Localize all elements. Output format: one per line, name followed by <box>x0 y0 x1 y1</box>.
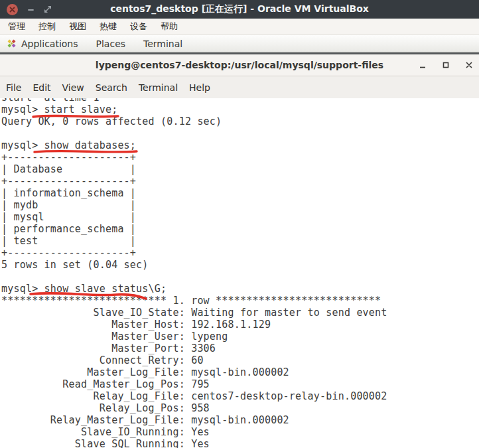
terminal-line <box>1 127 479 139</box>
terminal-menu-item[interactable]: File <box>6 82 21 93</box>
terminal-line: Query OK, 0 rows affected (0.12 sec) <box>1 115 479 127</box>
terminal-line: mysql> show slave status\G; <box>1 283 479 295</box>
terminal-line: +--------------------+ <box>1 247 479 259</box>
panel-item-terminal[interactable]: Terminal <box>143 38 182 49</box>
terminal-line: +--------------------+ <box>1 151 479 163</box>
terminal-menu-item[interactable]: Edit <box>33 82 50 93</box>
terminal-window-title: lypeng@centos7-desktop:/usr/local/mysql/… <box>0 60 479 70</box>
terminal-menu-item[interactable]: View <box>62 82 84 93</box>
terminal-menubar: FileEditViewSearchTerminalHelp <box>0 76 479 98</box>
terminal-window-buttons <box>418 54 474 76</box>
terminal-menu-item[interactable]: Terminal <box>139 82 178 93</box>
terminal-line <box>1 271 479 283</box>
terminal-line: | mysql | <box>1 211 479 223</box>
terminal-line: Relay_Log_File: centos7-desktop-relay-bi… <box>1 390 479 402</box>
terminal-line: Master_Log_File: mysql-bin.000002 <box>1 366 479 378</box>
vbox-minimize-button[interactable] <box>27 6 34 13</box>
vbox-close-button[interactable] <box>7 4 18 15</box>
terminal-line: | test | <box>1 235 479 247</box>
minimize-icon <box>419 61 427 69</box>
terminal-clipped-line: start at time 1 <box>0 98 479 104</box>
terminal-minimize-button[interactable] <box>418 60 427 70</box>
terminal-line: | Database | <box>1 163 479 175</box>
panel-item-places[interactable]: Places <box>96 38 126 49</box>
vbox-window-title: centos7_desktop [正在运行] - Oracle VM Virtu… <box>0 3 479 15</box>
terminal-close-button[interactable] <box>464 60 474 70</box>
vbox-menu-item[interactable]: 设备 <box>129 19 149 34</box>
terminal-line: Connect_Retry: 60 <box>1 354 479 366</box>
terminal-line: Slave_IO_Running: Yes <box>1 426 479 438</box>
vbox-menu-item[interactable]: 管理 <box>7 19 27 34</box>
vbox-menu-item[interactable]: 帮助 <box>159 19 179 34</box>
panel-item-applications[interactable]: Applications <box>21 38 78 49</box>
vbox-menu-item[interactable]: 视图 <box>68 19 88 34</box>
terminal-line: mysql> show databases; <box>1 139 479 151</box>
terminal-menu-item[interactable]: Search <box>96 82 127 93</box>
terminal-line: +--------------------+ <box>1 175 479 187</box>
applications-menu-icon <box>7 38 17 48</box>
terminal-titlebar[interactable]: lypeng@centos7-desktop:/usr/local/mysql/… <box>0 54 479 76</box>
terminal-menu-item[interactable]: Help <box>189 82 210 93</box>
terminal-line: *************************** 1. row *****… <box>1 295 479 307</box>
vbox-menu-item[interactable]: 控制 <box>37 19 57 34</box>
terminal-line: Read_Master_Log_Pos: 795 <box>1 378 479 390</box>
terminal-line: | information_schema | <box>1 187 479 199</box>
vbox-titlebar: centos7_desktop [正在运行] - Oracle VM Virtu… <box>0 0 479 19</box>
terminal-line: Relay_Log_Pos: 958 <box>1 402 479 414</box>
terminal-output: mysql> start slave;Query OK, 0 rows affe… <box>0 104 479 448</box>
terminal-line: | mydb | <box>1 199 479 211</box>
gnome-top-panel: Applications Places Terminal <box>0 35 479 52</box>
close-icon <box>9 7 15 13</box>
terminal-line: Master_Port: 3306 <box>1 342 479 354</box>
restore-icon <box>44 5 52 13</box>
minimize-icon <box>27 6 34 13</box>
close-icon <box>465 61 473 69</box>
vbox-menu-item[interactable]: 热键 <box>98 19 118 34</box>
terminal-line: mysql> start slave; <box>1 104 479 115</box>
vbox-menubar: 管理控制视图热键设备帮助 <box>0 19 479 35</box>
maximize-icon <box>442 61 450 69</box>
terminal-line: Slave_SQL_Running: Yes <box>1 438 479 448</box>
vbox-restore-button[interactable] <box>44 5 52 13</box>
terminal-maximize-button[interactable] <box>441 60 450 70</box>
terminal-line: | performance_schema | <box>1 223 479 235</box>
terminal-line: Master_Host: 192.168.1.129 <box>1 319 479 331</box>
virtualbox-window: centos7_desktop [正在运行] - Oracle VM Virtu… <box>0 0 479 448</box>
terminal-line: Master_User: lypeng <box>1 331 479 342</box>
terminal-line: 5 rows in set (0.04 sec) <box>1 259 479 271</box>
terminal-line: Slave_IO_State: Waiting for master to se… <box>1 307 479 319</box>
terminal-line: Relay_Master_Log_File: mysql-bin.000002 <box>1 414 479 426</box>
terminal-content[interactable]: start at time 1 mysql> start slave;Query… <box>0 98 479 448</box>
